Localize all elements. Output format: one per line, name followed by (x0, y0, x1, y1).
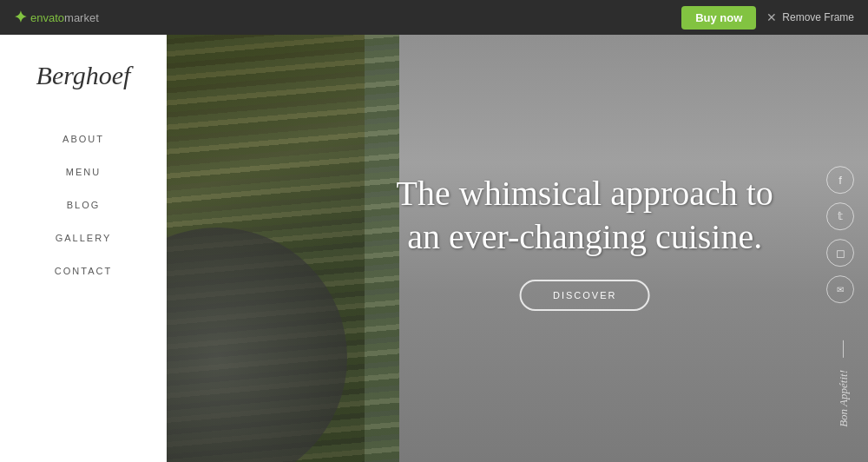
nav-item-contact[interactable]: CONTACT (0, 257, 167, 285)
discover-button[interactable]: DISCOVER (520, 280, 649, 311)
remove-frame-button[interactable]: ✕ Remove Frame (766, 10, 854, 24)
main-area: The whimsical approach to an ever-changi… (0, 35, 868, 462)
envato-logo: ✦ envatomarket (14, 8, 99, 27)
instagram-icon[interactable]: ◻ (826, 239, 854, 267)
social-bar: f 𝕥 ◻ ✉ (826, 166, 854, 303)
sidebar: Berghoef ABOUT MENU BLOG GALLERY CONTACT (0, 35, 167, 462)
hero-content: The whimsical approach to an ever-changi… (397, 172, 773, 311)
facebook-icon[interactable]: f (826, 166, 854, 194)
hero-title: The whimsical approach to an ever-changi… (397, 172, 773, 259)
social-extra-icon[interactable]: ✉ (826, 275, 854, 303)
topbar-right: Buy now ✕ Remove Frame (681, 6, 854, 30)
bon-appetit-arrow (844, 340, 845, 358)
nav-item-gallery[interactable]: GALLERY (0, 224, 167, 252)
brand-logo: Berghoef (36, 61, 131, 90)
twitter-icon[interactable]: 𝕥 (826, 202, 854, 230)
buy-now-button[interactable]: Buy now (681, 6, 756, 30)
topbar: ✦ envatomarket Buy now ✕ Remove Frame (0, 0, 868, 35)
envato-brand-text: envatomarket (30, 11, 99, 24)
envato-icon: ✦ (14, 8, 27, 27)
nav-item-about[interactable]: ABOUT (0, 125, 167, 153)
main-navigation: ABOUT MENU BLOG GALLERY CONTACT (0, 125, 167, 285)
bon-appetit-text: Bon Appétit! (837, 340, 851, 427)
close-icon: ✕ (766, 10, 777, 24)
nav-item-blog[interactable]: BLOG (0, 191, 167, 219)
nav-item-menu[interactable]: MENU (0, 158, 167, 186)
remove-frame-label: Remove Frame (782, 11, 854, 23)
